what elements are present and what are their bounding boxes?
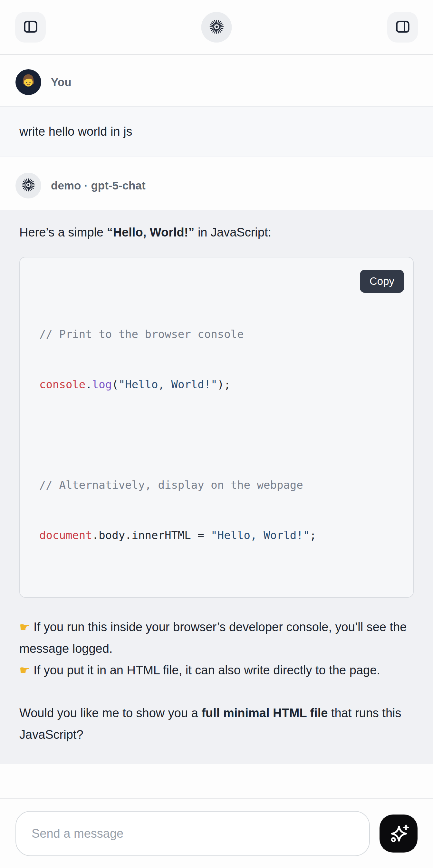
chat-app: You write hello world in js [0, 0, 433, 868]
panel-right-icon [394, 19, 411, 36]
code-block: Copy // Print to the browser console con… [19, 257, 414, 598]
code-token: ; [310, 529, 316, 541]
message-input[interactable] [16, 811, 370, 856]
intro-bold: “Hello, World!” [107, 225, 194, 239]
assistant-avatar [16, 173, 41, 198]
intro-suffix: in JavaScript: [194, 225, 271, 239]
assistant-intro-text: Here’s a simple “Hello, World!” in JavaS… [19, 223, 414, 242]
code-line: // Print to the browser console [39, 326, 394, 342]
question-prefix: Would you like me to show you a [19, 706, 202, 720]
logo-button[interactable] [202, 12, 232, 42]
paragraph-text: If you run this inside your browser’s de… [19, 620, 407, 655]
user-avatar [16, 69, 41, 95]
right-panel-toggle-button[interactable] [387, 12, 418, 42]
code-line: // Alternatively, display on the webpage [39, 476, 394, 493]
empty-scroll-area [0, 764, 433, 798]
assistant-paragraph: ☛If you put it in an HTML file, it can a… [19, 659, 414, 681]
code-token: ); [217, 378, 231, 391]
pointing-right-emoji: ☛ [19, 663, 30, 677]
user-message-bubble: write hello world in js [0, 106, 433, 157]
question-bold: full minimal HTML file [202, 706, 328, 720]
code-line-empty [39, 426, 394, 443]
intro-prefix: Here’s a simple [19, 225, 107, 239]
user-message-text: write hello world in js [19, 124, 414, 139]
top-bar [0, 0, 433, 55]
user-message-header: You [0, 55, 433, 106]
assistant-message-bubble: Here’s a simple “Hello, World!” in JavaS… [0, 210, 433, 765]
code-line: console.log("Hello, World!"); [39, 376, 394, 393]
person-emoji-icon [19, 72, 38, 92]
code-token: log [92, 378, 112, 391]
sparkles-icon [388, 823, 409, 845]
code-token: .body.innerHTML = [92, 529, 211, 541]
send-button[interactable] [379, 814, 417, 852]
panel-left-icon [22, 19, 39, 36]
assistant-sender-label: demo · gpt-5-chat [51, 179, 146, 192]
code-token: // Alternatively, display on the webpage [39, 478, 303, 491]
starburst-logo-icon [208, 19, 225, 36]
user-sender-label: You [51, 76, 71, 89]
assistant-message-header: demo · gpt-5-chat [0, 157, 433, 210]
sidebar-toggle-button[interactable] [15, 12, 46, 42]
code-token: . [85, 378, 92, 391]
code-token: console [39, 378, 85, 391]
code-token: "Hello, World!" [119, 378, 217, 391]
code-token: "Hello, World!" [211, 529, 310, 541]
starburst-icon [21, 178, 36, 194]
assistant-paragraph: ☛If you run this inside your browser’s d… [19, 616, 414, 659]
composer-bar [0, 798, 433, 868]
copy-button[interactable]: Copy [360, 270, 404, 293]
code-content: // Print to the browser console console.… [20, 257, 413, 597]
code-token: // Print to the browser console [39, 328, 244, 341]
assistant-question: Would you like me to show you a full min… [19, 703, 414, 746]
code-token: document [39, 529, 92, 541]
pointing-right-emoji: ☛ [19, 620, 30, 634]
code-token: ( [112, 378, 118, 391]
code-line: document.body.innerHTML = "Hello, World!… [39, 527, 394, 544]
paragraph-text: If you put it in an HTML file, it can al… [33, 663, 380, 677]
